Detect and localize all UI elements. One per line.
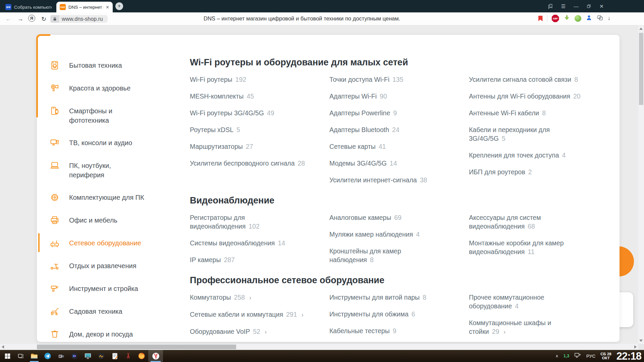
radio-antenna-icon[interactable] [121, 350, 135, 362]
category-link[interactable]: Коммутационные шкафы и стойки29› [469, 318, 551, 336]
address-bar[interactable]: www.dns-shop.ru [59, 15, 108, 23]
ssl-lock-icon[interactable] [50, 15, 59, 23]
yandex-services-icon[interactable]: Я [28, 15, 35, 22]
tab-close-icon[interactable]: ✕ [106, 5, 109, 10]
category-link[interactable]: Маршрутизаторы27 [190, 142, 253, 151]
category-link[interactable]: Усилители сигнала сотовой связи8 [469, 75, 578, 84]
downloads-icon[interactable]: ↓ [608, 15, 611, 22]
file-explorer-icon[interactable] [28, 350, 41, 362]
category-link[interactable]: IP камеры287 [190, 255, 235, 264]
category-link[interactable]: Прочее коммутационное оборудование4 [469, 293, 544, 310]
vertical-scrollbar[interactable] [638, 25, 644, 344]
category-link[interactable]: Системы видеонаблюдения14 [190, 239, 285, 247]
vertical-scroll-thumb[interactable] [639, 33, 643, 105]
category-link[interactable]: Кабели и переходники для 3G/4G/5G5 [469, 125, 550, 143]
category-link[interactable]: Крепления для точек доступа4 [469, 151, 566, 160]
category-link[interactable]: Усилители интернет-сигнала38 [329, 176, 427, 184]
category-link[interactable]: MESH-комплекты45 [190, 92, 254, 101]
user-profile-icon[interactable] [586, 14, 592, 22]
sidebar-item-home-decor[interactable]: Дом, декор и посуда [50, 329, 181, 339]
category-link[interactable]: Антенные Wi-Fi кабели8 [469, 109, 546, 117]
sidebar-item-garden[interactable]: Садовая техника [50, 306, 181, 316]
category-link[interactable]: Адаптеры Wi-Fi90 [329, 92, 387, 101]
sidebar-item-tv-audio[interactable]: ТВ, консоли и аудио [50, 138, 181, 148]
network-icon[interactable] [574, 352, 581, 360]
category-link[interactable]: Оборудование VoIP52› [190, 327, 267, 336]
photos-app-icon[interactable] [81, 350, 95, 362]
language-indicator[interactable]: РУС [586, 354, 595, 359]
scroll-left-arrow[interactable] [2, 345, 4, 349]
media-player-icon[interactable] [68, 350, 81, 362]
sidebar-item-pc-laptops[interactable]: ПК, ноутбуки, периферия [50, 161, 181, 180]
adblock-icon[interactable]: ABP [552, 15, 559, 22]
bookmark-icon[interactable] [538, 16, 543, 21]
tv-icon [50, 138, 60, 148]
category-link[interactable]: Wi-Fi роутеры 3G/4G/5G49 [190, 109, 274, 117]
catalog-content: Wi-Fi роутеры и оборудование для малых с… [181, 35, 620, 342]
new-tab-button[interactable]: + [115, 2, 123, 10]
section-heading: Профессиональное сетевое оборудование [190, 275, 606, 286]
category-link[interactable]: Монтажные коробки для камер видеонаблюде… [469, 239, 564, 256]
tab-build-pc[interactable]: ВФ Собрать компьютер - выб [2, 2, 55, 12]
sidebar-item-smartphones[interactable]: Смартфоны и фототехника [50, 106, 181, 125]
category-link[interactable]: Аксессуары для систем видеонаблюдения68 [469, 213, 541, 231]
category-link[interactable]: Аналоговые камеры69 [329, 213, 401, 222]
restore-button[interactable] [586, 3, 592, 9]
category-link[interactable]: Регистраторы для видеонаблюдения102 [190, 213, 260, 231]
sidebar-item-leisure[interactable]: Отдых и развлечения [50, 261, 181, 271]
horizontal-scroll-thumb[interactable] [37, 345, 236, 349]
category-link[interactable]: Адаптеры Powerline9 [329, 109, 397, 117]
category-link[interactable]: Роутеры xDSL5 [190, 125, 240, 134]
sidebar-item-network-equipment[interactable]: Сетевое оборудование [50, 238, 181, 248]
scroll-right-arrow[interactable] [634, 345, 637, 349]
reload-icon[interactable]: ↻ [40, 15, 48, 23]
window-controls: ☰ — ✕ [548, 0, 604, 12]
category-link[interactable]: Сетевые карты41 [329, 142, 386, 151]
category-link[interactable]: Инструменты для обжима6 [329, 310, 415, 318]
start-button[interactable] [1, 350, 14, 362]
browser-menu-icon[interactable]: ☰ [560, 3, 566, 9]
tray-clock[interactable]: 22:18 [616, 351, 641, 361]
category-link[interactable]: Модемы 3G/4G/5G14 [329, 159, 397, 168]
scroll-down-arrow[interactable] [639, 340, 643, 342]
minimize-button[interactable]: — [573, 3, 579, 9]
horizontal-scrollbar[interactable] [0, 344, 638, 350]
tray-monitor-widget[interactable]: 1,3 [564, 354, 569, 358]
category-link[interactable]: Wi-Fi роутеры192 [190, 75, 246, 84]
category-link[interactable]: Кабельные тестеры9 [329, 326, 396, 335]
notes-app-icon[interactable] [108, 350, 121, 362]
sidebar-item-office[interactable]: Офис и мебель [50, 215, 181, 225]
tray-date[interactable]: СБ 28 ОКТ [600, 352, 611, 360]
firefox-icon[interactable] [135, 350, 148, 362]
close-button[interactable]: ✕ [599, 3, 604, 9]
aimp-icon[interactable] [95, 350, 108, 362]
camera-app-icon[interactable] [54, 350, 68, 362]
browser-titlebar: ВФ Собрать компьютер - выб DNS DNS – инт… [0, 0, 644, 12]
antivirus-extension-icon[interactable] [575, 15, 581, 22]
category-link[interactable]: Усилители беспроводного сигнала28 [190, 159, 305, 168]
back-icon[interactable]: ← [4, 15, 12, 23]
sidebar-item-tools[interactable]: Инструмент и стройка [50, 284, 181, 294]
sidebar-item-beauty[interactable]: Красота и здоровье [50, 83, 181, 93]
scroll-up-arrow[interactable] [639, 27, 643, 30]
telegram-icon[interactable] [41, 350, 54, 362]
forward-icon[interactable]: → [16, 15, 24, 23]
savefrom-icon[interactable] [564, 14, 570, 22]
sidebar-item-pc-components[interactable]: Комплектующие для ПК [50, 192, 181, 202]
category-link[interactable]: Адаптеры Bluetooth24 [329, 125, 399, 134]
yandex-browser-icon[interactable] [148, 350, 163, 362]
bookmarks-panel-icon[interactable] [548, 3, 553, 9]
tab-dns-shop[interactable]: DNS DNS – интернет магази ✕ [56, 2, 113, 12]
category-link[interactable]: Точки доступа Wi-Fi135 [329, 75, 404, 84]
category-link[interactable]: Антенны для Wi-Fi оборудования20 [469, 92, 581, 101]
category-link[interactable]: Муляжи камер наблюдения4 [329, 230, 420, 239]
sidebar-item-appliances[interactable]: Бытовая техника [50, 60, 181, 70]
tray-expand-icon[interactable]: ∧ [555, 354, 558, 358]
category-link[interactable]: Кронштейны для камер наблюдения8 [329, 247, 401, 264]
category-link[interactable]: ИБП для роутеров2 [469, 168, 532, 176]
category-link[interactable]: Сетевые кабели и коммутация291› [190, 310, 304, 319]
extensions-icon[interactable] [597, 14, 603, 22]
category-link[interactable]: Инструменты для витой пары8 [329, 293, 426, 302]
task-view-button[interactable] [14, 350, 28, 362]
category-link[interactable]: Коммутаторы258› [190, 293, 251, 302]
